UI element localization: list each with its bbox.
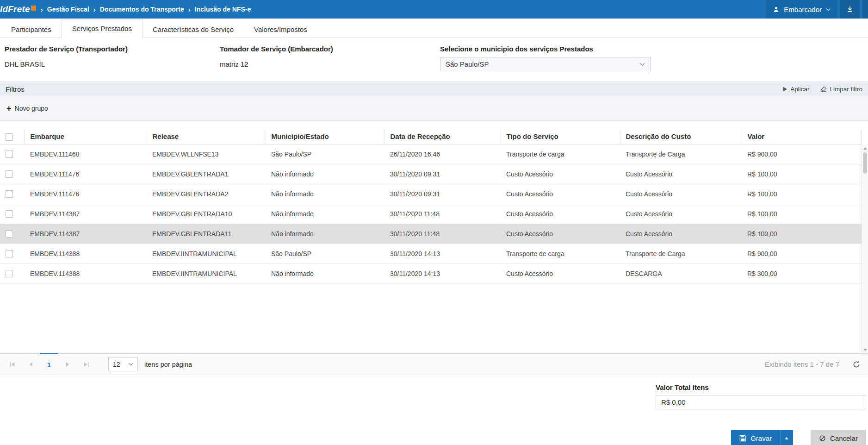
row-checkbox[interactable] [6, 230, 13, 238]
table-row[interactable]: EMBDEV.114388EMBDEV.IINTRAMUNICIPALNão i… [0, 263, 862, 283]
next-page-button[interactable] [58, 353, 77, 375]
prestador-field: Prestador de Serviço (Transportador) DHL… [5, 45, 220, 71]
chevron-right-icon [41, 6, 43, 13]
column-header-valor[interactable]: Valor [742, 129, 862, 144]
last-page-button[interactable] [77, 353, 95, 375]
column-header-municipio-estado[interactable]: Municipio/Estado [266, 129, 384, 144]
table-cell: Não informado [266, 263, 384, 283]
column-header-tipo-servico[interactable]: Tipo do Serviço [501, 129, 620, 144]
breadcrumb-documentos-transporte[interactable]: Documentos do Transporte [100, 6, 184, 13]
page-size-select[interactable]: 12 [108, 357, 138, 371]
row-checkbox[interactable] [6, 250, 13, 257]
play-icon [783, 87, 787, 92]
table-cell: EMBDEV.114387 [25, 204, 147, 224]
table-cell: Transporte de Carga [620, 144, 742, 164]
row-checkbox-cell [0, 244, 25, 263]
table-cell: R$ 100,00 [742, 204, 862, 224]
row-checkbox[interactable] [6, 190, 13, 198]
table-cell: EMBDEV.IINTRAMUNICIPAL [147, 263, 266, 283]
column-header-data-recepcao[interactable]: Data de Recepção [384, 129, 501, 144]
table-row[interactable]: EMBDEV.114387EMBDEV.GBLENTRADA11Não info… [0, 224, 862, 244]
table-cell: 30/11/2020 11:48 [384, 204, 501, 224]
table-cell: São Paulo/SP [266, 144, 384, 164]
table-cell: EMBDEV.GBLENTRADA11 [147, 224, 266, 244]
column-header-release[interactable]: Release [147, 129, 266, 144]
arrow-left-icon [29, 362, 33, 367]
table-cell: EMBDEV.GBLENTRADA1 [147, 164, 266, 184]
table-row[interactable]: EMBDEV.111476EMBDEV.GBLENTRADA2Não infor… [0, 184, 862, 204]
save-button[interactable]: Gravar [731, 430, 780, 445]
table-cell: Custo Acessório [620, 224, 742, 244]
table-cell: R$ 900,00 [742, 144, 862, 164]
row-checkbox-cell [0, 144, 25, 164]
table-body: EMBDEV.111468EMBDEV.WLLNFSE13São Paulo/S… [0, 144, 862, 283]
prestador-label: Prestador de Serviço (Transportador) [5, 45, 220, 53]
table-cell: Transporte de carga [501, 244, 620, 263]
save-options-button[interactable] [780, 430, 793, 445]
table-cell: Custo Acessório [501, 164, 620, 184]
total-items-input[interactable]: R$ 0,00 [656, 395, 866, 409]
vertical-scrollbar[interactable] [862, 144, 868, 353]
table-cell: R$ 300,00 [742, 263, 862, 283]
scroll-down-icon[interactable] [862, 346, 868, 353]
table-cell: Custo Acessório [501, 263, 620, 283]
user-menu[interactable]: Embarcador [766, 0, 837, 19]
table-row[interactable]: EMBDEV.114388EMBDEV.IINTRAMUNICIPALSão P… [0, 244, 862, 263]
row-checkbox-cell [0, 263, 25, 283]
row-checkbox[interactable] [6, 270, 13, 277]
table-row[interactable]: EMBDEV.111476EMBDEV.GBLENTRADA1Não infor… [0, 164, 862, 184]
current-page-button[interactable]: 1 [40, 353, 58, 375]
municipio-select[interactable]: São Paulo/SP [440, 57, 651, 71]
table-cell: EMBDEV.WLLNFSE13 [147, 144, 266, 164]
top-header: IdFrete Gestão Fiscal Documentos do Tran… [0, 0, 868, 19]
table-cell: R$ 100,00 [742, 164, 862, 184]
table-cell: EMBDEV.114388 [25, 263, 147, 283]
row-checkbox[interactable] [6, 210, 13, 218]
table-cell: EMBDEV.111468 [25, 144, 147, 164]
cancel-icon [819, 435, 826, 442]
chevron-down-icon [639, 63, 645, 66]
app-logo[interactable]: IdFrete [0, 4, 36, 14]
apply-filter-button[interactable]: Aplicar [783, 86, 809, 93]
tab-participantes[interactable]: Participantes [1, 21, 62, 38]
tab-caracteristicas-servico[interactable]: Características do Serviço [143, 21, 244, 38]
totals-section: Valor Total Itens R$ 0,00 [656, 383, 866, 409]
row-checkbox-cell [0, 204, 25, 224]
clear-filter-button[interactable]: Limpar filtro [820, 86, 862, 93]
help-button[interactable]: ? [862, 0, 868, 19]
table-cell: 30/11/2020 14:13 [384, 263, 501, 283]
pagination-bar: 1 12 itens por página Exibindo itens 1 -… [0, 353, 868, 375]
save-split-button: Gravar [731, 430, 793, 445]
download-button[interactable] [840, 0, 860, 19]
column-header-descricao-custo[interactable]: Descrição do Custo [620, 129, 742, 144]
table-header: Embarque Release Municipio/Estado Data d… [0, 129, 862, 144]
row-checkbox[interactable] [6, 150, 13, 158]
scrollbar-thumb[interactable] [863, 152, 867, 174]
chevron-down-icon [826, 8, 831, 11]
municipio-select-value: São Paulo/SP [446, 60, 489, 68]
table-row[interactable]: EMBDEV.114387EMBDEV.GBLENTRADA10Não info… [0, 204, 862, 224]
refresh-button[interactable] [852, 360, 861, 369]
column-header-embarque[interactable]: Embarque [25, 129, 147, 144]
table-cell: 30/11/2020 11:48 [384, 224, 501, 244]
cancel-button[interactable]: Cancelar [811, 430, 866, 445]
tab-servicos-prestados[interactable]: Serviços Prestados [62, 19, 143, 38]
first-page-button[interactable] [3, 353, 21, 375]
new-group-button[interactable]: + Novo grupo [6, 104, 48, 113]
select-all-cell [0, 129, 25, 144]
scroll-up-icon[interactable] [862, 145, 868, 151]
table-cell: Custo Acessório [620, 164, 742, 184]
breadcrumb-gestao-fiscal[interactable]: Gestão Fiscal [47, 6, 89, 13]
logo-flag-icon [31, 6, 36, 11]
row-checkbox[interactable] [6, 170, 13, 178]
breadcrumb-inclusao-nfse[interactable]: Inclusão de NFS-e [195, 6, 251, 13]
table-cell: Não informado [266, 164, 384, 184]
table-cell: Custo Acessório [501, 204, 620, 224]
select-all-checkbox[interactable] [6, 133, 13, 141]
previous-page-button[interactable] [21, 353, 40, 375]
table-row[interactable]: EMBDEV.111468EMBDEV.WLLNFSE13São Paulo/S… [0, 144, 862, 164]
table-cell: R$ 100,00 [742, 224, 862, 244]
service-form: Prestador de Serviço (Transportador) DHL… [0, 38, 868, 81]
tab-valores-impostos[interactable]: Valores/Impostos [244, 21, 317, 38]
grid-table: Embarque Release Municipio/Estado Data d… [0, 129, 862, 284]
